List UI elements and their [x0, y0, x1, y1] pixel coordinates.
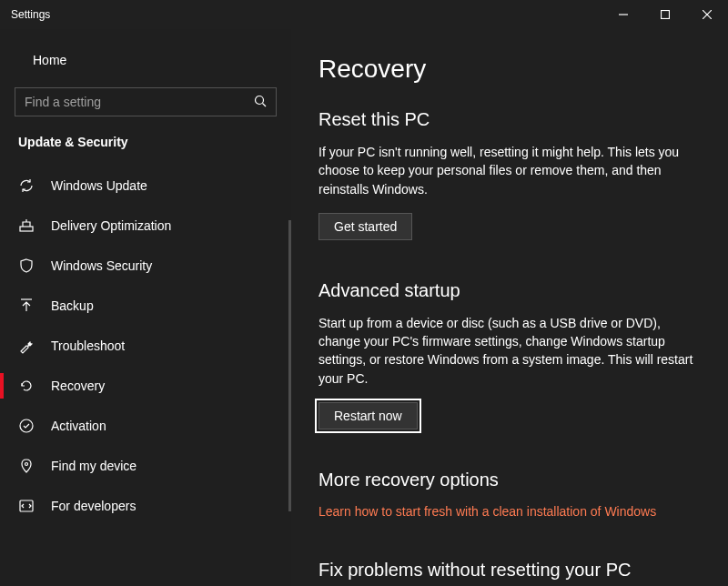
recovery-icon — [18, 378, 35, 394]
location-icon — [18, 458, 35, 474]
sidebar-item-for-developers[interactable]: For developers — [0, 486, 291, 526]
sidebar-item-activation[interactable]: Activation — [0, 406, 291, 446]
more-recovery-section: More recovery options Learn how to start… — [318, 470, 701, 520]
sidebar-item-troubleshoot[interactable]: Troubleshoot — [0, 326, 291, 366]
sidebar-item-label: Windows Security — [51, 258, 152, 273]
svg-point-8 — [20, 419, 33, 432]
sidebar-item-windows-security[interactable]: Windows Security — [0, 246, 291, 286]
nav-list: Windows Update Delivery Optimization Win… — [0, 166, 291, 526]
sync-icon — [18, 177, 35, 194]
sidebar-scrollbar[interactable] — [288, 220, 291, 511]
window-title: Settings — [11, 8, 50, 21]
sidebar-item-label: Troubleshoot — [51, 338, 125, 353]
sidebar-item-label: Backup — [51, 298, 94, 313]
svg-rect-1 — [662, 11, 670, 19]
category-title: Update & Security — [0, 135, 291, 166]
svg-point-4 — [256, 96, 264, 104]
activation-icon — [18, 418, 35, 434]
start-fresh-link[interactable]: Learn how to start fresh with a clean in… — [318, 504, 656, 519]
svg-line-5 — [263, 103, 267, 106]
svg-point-9 — [25, 463, 28, 466]
titlebar: Settings — [0, 0, 728, 29]
maximize-button[interactable] — [644, 0, 686, 29]
sidebar-item-find-my-device[interactable]: Find my device — [0, 446, 291, 486]
sidebar-item-label: Recovery — [51, 379, 105, 393]
delivery-icon — [18, 217, 35, 234]
close-button[interactable] — [686, 0, 728, 29]
sidebar-item-windows-update[interactable]: Windows Update — [0, 166, 291, 206]
get-started-button[interactable]: Get started — [318, 213, 412, 240]
home-nav[interactable]: Home — [0, 42, 291, 78]
svg-rect-6 — [20, 227, 33, 231]
advanced-startup-heading: Advanced startup — [318, 280, 701, 301]
reset-pc-heading: Reset this PC — [318, 109, 701, 130]
sidebar-item-label: For developers — [51, 499, 136, 513]
sidebar-item-backup[interactable]: Backup — [0, 286, 291, 326]
page-title: Recovery — [318, 55, 701, 84]
search-icon — [254, 95, 267, 110]
sidebar: Home Find a setting Update & Security Wi… — [0, 29, 291, 586]
sidebar-item-delivery-optimization[interactable]: Delivery Optimization — [0, 206, 291, 246]
developer-icon — [18, 498, 35, 514]
more-recovery-heading: More recovery options — [318, 470, 701, 490]
restart-now-button[interactable]: Restart now — [318, 402, 418, 429]
backup-icon — [18, 298, 35, 314]
search-placeholder: Find a setting — [25, 95, 254, 109]
advanced-startup-section: Advanced startup Start up from a device … — [318, 280, 701, 429]
sidebar-item-label: Find my device — [51, 459, 136, 473]
home-label: Home — [33, 53, 66, 67]
fix-problems-section: Fix problems without resetting your PC — [318, 560, 701, 581]
sidebar-item-label: Windows Update — [51, 178, 147, 193]
shield-icon — [18, 258, 35, 274]
sidebar-item-label: Delivery Optimization — [51, 218, 171, 233]
fix-problems-heading: Fix problems without resetting your PC — [318, 560, 701, 581]
sidebar-item-label: Activation — [51, 419, 106, 433]
sidebar-item-recovery[interactable]: Recovery — [0, 366, 291, 406]
advanced-startup-body: Start up from a device or disc (such as … — [318, 314, 701, 388]
search-input[interactable]: Find a setting — [15, 87, 277, 116]
minimize-button[interactable] — [602, 0, 644, 29]
wrench-icon — [18, 338, 35, 354]
reset-pc-body: If your PC isn't running well, resetting… — [318, 143, 701, 198]
main-content: Recovery Reset this PC If your PC isn't … — [291, 29, 728, 586]
reset-pc-section: Reset this PC If your PC isn't running w… — [318, 109, 701, 240]
